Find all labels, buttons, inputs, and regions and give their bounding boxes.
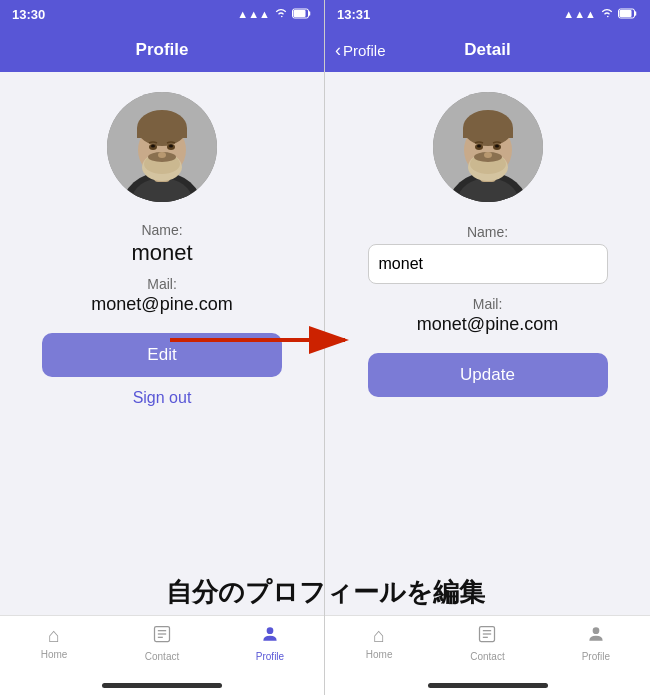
right-tab-bar: ⌂ Home Contact [325,615,650,675]
right-mail-value: monet@pine.com [417,314,558,335]
svg-point-16 [169,145,173,148]
left-home-indicator [0,675,324,695]
right-home-indicator [325,675,650,695]
left-name-value: monet [131,240,192,266]
right-tab-profile-label: Profile [582,651,610,662]
right-screen: 13:31 ▲▲▲ [325,0,650,695]
left-nav-bar: Profile [0,28,324,72]
svg-point-44 [592,627,599,634]
svg-point-38 [495,145,499,148]
svg-rect-24 [620,10,632,17]
right-battery-icon [618,8,638,21]
left-tab-profile[interactable]: Profile [216,624,324,662]
right-nav-title: Detail [464,40,510,60]
right-tab-home[interactable]: ⌂ Home [325,624,433,660]
name-input[interactable] [368,244,608,284]
right-mail-label: Mail: [473,296,503,312]
contact-icon [152,624,172,649]
left-content: Name: monet Mail: monet@pine.com Edit Si… [0,72,324,615]
left-status-bar: 13:30 ▲▲▲ [0,0,324,28]
svg-rect-31 [463,128,513,138]
right-tab-profile[interactable]: Profile [542,624,650,662]
left-tab-bar: ⌂ Home Contact [0,615,324,675]
right-tab-home-label: Home [366,649,393,660]
left-name-label: Name: [141,222,182,238]
right-contact-icon [477,624,497,649]
svg-point-39 [484,152,492,158]
back-button[interactable]: ‹ Profile [335,40,386,61]
right-status-icons: ▲▲▲ [563,8,638,21]
svg-point-22 [267,627,274,634]
signal-icon: ▲▲▲ [237,8,270,20]
profile-icon-left [260,624,280,649]
home-icon: ⌂ [48,624,60,647]
update-button[interactable]: Update [368,353,608,397]
svg-rect-1 [294,10,306,17]
left-mail-value: monet@pine.com [91,294,232,315]
right-time: 13:31 [337,7,370,22]
wifi-icon [274,8,288,20]
right-tab-contact-label: Contact [470,651,504,662]
chevron-left-icon: ‹ [335,40,341,61]
left-status-icons: ▲▲▲ [237,8,312,21]
right-avatar [433,92,543,202]
right-portrait-svg [433,92,543,202]
edit-button[interactable]: Edit [42,333,282,377]
left-tab-profile-label: Profile [256,651,284,662]
battery-icon [292,8,312,21]
right-home-bar [428,683,548,688]
left-time: 13:30 [12,7,45,22]
left-screen: 13:30 ▲▲▲ [0,0,325,695]
right-home-icon: ⌂ [373,624,385,647]
right-nav-bar: ‹ Profile Detail [325,28,650,72]
left-avatar [107,92,217,202]
left-tab-home-label: Home [41,649,68,660]
back-label: Profile [343,42,386,59]
svg-point-17 [158,152,166,158]
svg-point-37 [477,145,481,148]
left-nav-title: Profile [136,40,189,60]
svg-point-15 [151,145,155,148]
left-tab-contact-label: Contact [145,651,179,662]
left-mail-label: Mail: [147,276,177,292]
right-tab-contact[interactable]: Contact [433,624,541,662]
svg-rect-9 [137,128,187,138]
right-signal-icon: ▲▲▲ [563,8,596,20]
right-profile-icon [586,624,606,649]
left-tab-home[interactable]: ⌂ Home [0,624,108,660]
left-tab-contact[interactable]: Contact [108,624,216,662]
signout-button[interactable]: Sign out [133,389,192,407]
left-home-bar [102,683,222,688]
right-content: Name: Mail: monet@pine.com Update [325,72,650,615]
right-wifi-icon [600,8,614,20]
right-name-label: Name: [467,224,508,240]
portrait-svg [107,92,217,202]
right-status-bar: 13:31 ▲▲▲ [325,0,650,28]
